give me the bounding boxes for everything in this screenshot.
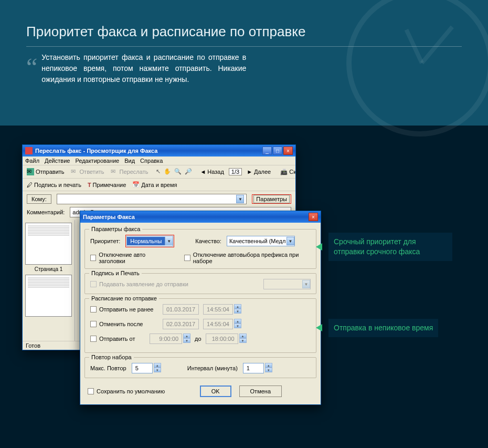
group-sign-legend: Подпись и Печать bbox=[89, 270, 142, 276]
sign-select-disabled: ▼ bbox=[263, 279, 311, 289]
thumbnail-2[interactable] bbox=[25, 275, 72, 317]
dialog-title: Параметры Факса bbox=[83, 214, 309, 220]
scan-button[interactable]: 📠 Сканирование bbox=[279, 168, 295, 176]
max-retry-label: Макс. Повтор bbox=[90, 365, 126, 371]
to-label: Кому: bbox=[27, 194, 51, 204]
date-cancel-after[interactable]: 02.03.2017 bbox=[163, 319, 199, 329]
toolbar-main: ✉Отправить ✉Ответить ✉Переслать ↖ ✋ 🔍 🔎 … bbox=[23, 165, 295, 179]
callout-schedule: Отправка в непиковое время bbox=[316, 319, 471, 337]
menu-help[interactable]: Справка bbox=[140, 158, 163, 164]
spinner-buttons[interactable]: ▲▼ bbox=[234, 319, 241, 329]
page-indicator: 1/3 bbox=[229, 168, 242, 175]
quality-label: Качество: bbox=[195, 238, 221, 244]
titlebar[interactable]: Переслать факс - Просмотрщик для Факса _… bbox=[23, 145, 295, 157]
reply-button[interactable]: ✉Ответить bbox=[69, 167, 106, 176]
group-retry: Повтор набора Макс. Повтор ▲▼ Интервал (… bbox=[84, 357, 316, 378]
time-not-before[interactable]: 14:55:04 bbox=[203, 304, 233, 315]
max-retry-input[interactable] bbox=[132, 363, 153, 373]
ok-button[interactable]: OK bbox=[200, 386, 231, 397]
dialog-close-button[interactable]: × bbox=[309, 213, 318, 221]
close-button[interactable]: × bbox=[283, 147, 293, 155]
menubar: Файл Действие Редактирование Вид Справка bbox=[23, 157, 295, 165]
zoom-in-icon[interactable]: 🔍 bbox=[174, 168, 182, 175]
spinner-buttons[interactable]: ▲▼ bbox=[154, 363, 161, 373]
chevron-down-icon[interactable]: ▼ bbox=[287, 237, 294, 245]
interval-input[interactable] bbox=[243, 363, 264, 373]
dialog-titlebar[interactable]: Параметры Факса × bbox=[80, 211, 321, 223]
callout-schedule-text: Отправка в непиковое время bbox=[328, 319, 438, 337]
spinner-buttons[interactable]: ▲▼ bbox=[183, 334, 190, 344]
thumbnail-panel: Страница 1 bbox=[23, 220, 75, 341]
to-dropdown-icon[interactable]: ▼ bbox=[236, 195, 244, 203]
window-title: Переслать факс - Просмотрщик для Факса bbox=[35, 148, 262, 154]
interval-label: Интервал (минута) bbox=[187, 365, 238, 371]
params-button-highlight: Параметры bbox=[252, 194, 291, 204]
page-description: Установить приоритет факса и расписание … bbox=[41, 52, 246, 85]
send-from-checkbox[interactable]: Отправить от bbox=[90, 336, 145, 342]
spinner-buttons[interactable]: ▲▼ bbox=[265, 363, 272, 373]
quote-icon: “ bbox=[26, 58, 37, 85]
maximize-button[interactable]: □ bbox=[273, 147, 282, 155]
zoom-out-icon[interactable]: 🔎 bbox=[185, 168, 192, 175]
clock-decor bbox=[346, 0, 488, 137]
callout-priority-text: Срочный приоритет для отправки срочного … bbox=[328, 233, 452, 261]
toolbar-annot: 🖊 Подпись и печать T Примечание 📅 Дата и… bbox=[23, 179, 295, 191]
quality-select[interactable]: Качественный (Медл ▼ bbox=[227, 236, 295, 246]
cancel-button[interactable]: Отмена bbox=[239, 386, 282, 397]
spinner-buttons[interactable]: ▲▼ bbox=[234, 304, 241, 315]
chevron-down-icon: ▼ bbox=[302, 280, 310, 288]
group-retry-legend: Повтор набора bbox=[89, 354, 134, 360]
comment-label: Комментарий: bbox=[27, 209, 65, 215]
group-schedule: Расписание по отправке Отправить не ране… bbox=[84, 298, 316, 353]
cursor-icon[interactable]: ↖ bbox=[156, 168, 161, 175]
time-to[interactable]: 18:00:00 bbox=[206, 334, 238, 344]
priority-value: Нормальны bbox=[127, 237, 165, 245]
time-cancel-after[interactable]: 14:55:04 bbox=[203, 319, 233, 329]
priority-highlight: Нормальны ▼ bbox=[125, 235, 174, 247]
params-button[interactable]: Параметры bbox=[253, 195, 290, 203]
time-from[interactable]: 9:00:00 bbox=[150, 334, 182, 344]
menu-view[interactable]: Вид bbox=[124, 158, 135, 164]
thumbnail-1[interactable] bbox=[25, 223, 72, 265]
send-not-before-checkbox[interactable]: Отправить не ранее bbox=[90, 306, 158, 312]
cancel-after-checkbox[interactable]: Отменить после bbox=[90, 321, 158, 327]
priority-label: Приоритет: bbox=[90, 238, 120, 244]
prev-page-button[interactable]: ◄ Назад bbox=[198, 168, 225, 176]
minimize-button[interactable]: _ bbox=[262, 147, 272, 155]
spinner-buttons[interactable]: ▲▼ bbox=[239, 334, 247, 344]
disable-header-checkbox[interactable]: Отключение авто заголовки bbox=[90, 252, 168, 264]
apply-before-checkbox: Подавать заявление до отправки bbox=[90, 281, 188, 287]
disable-prefix-checkbox[interactable]: Отключение автовыбора префикса при набор… bbox=[184, 252, 311, 264]
status-text: Готов bbox=[26, 342, 40, 349]
to-label-sched: до bbox=[195, 336, 201, 342]
date-not-before[interactable]: 01.03.2017 bbox=[163, 304, 199, 315]
to-input[interactable]: ▼ bbox=[57, 194, 247, 204]
chevron-down-icon[interactable]: ▼ bbox=[165, 237, 173, 245]
group-schedule-legend: Расписание по отправке bbox=[89, 295, 159, 301]
group-fax-params-legend: Параметры факса bbox=[89, 226, 142, 232]
arrow-left-icon bbox=[316, 243, 322, 251]
callout-priority: Срочный приоритет для отправки срочного … bbox=[316, 233, 452, 261]
next-page-button[interactable]: ► Далее bbox=[245, 168, 272, 176]
note-button[interactable]: T Примечание bbox=[86, 181, 128, 189]
sign-stamp-button[interactable]: 🖊 Подпись и печать bbox=[25, 181, 83, 189]
menu-action[interactable]: Действие bbox=[45, 158, 70, 164]
arrow-left-icon bbox=[316, 324, 322, 331]
forward-button[interactable]: ✉Переслать bbox=[109, 167, 150, 176]
save-default-checkbox[interactable]: Сохранить по умолчанию bbox=[88, 388, 165, 394]
datetime-button[interactable]: 📅 Дата и время bbox=[131, 180, 178, 189]
group-fax-params: Параметры факса Приоритет: Нормальны ▼ К… bbox=[84, 229, 316, 269]
quality-value: Качественный (Медл bbox=[229, 238, 287, 244]
group-sign: Подпись и Печать Подавать заявление до о… bbox=[84, 273, 316, 294]
thumbnail-label: Страница 1 bbox=[25, 266, 72, 272]
hand-icon[interactable]: ✋ bbox=[164, 168, 171, 175]
priority-select[interactable]: Нормальны ▼ bbox=[126, 236, 173, 246]
menu-edit[interactable]: Редактирование bbox=[75, 158, 119, 164]
send-button[interactable]: ✉Отправить bbox=[25, 167, 66, 176]
menu-file[interactable]: Файл bbox=[25, 158, 39, 164]
app-icon bbox=[25, 147, 33, 154]
fax-params-dialog: Параметры Факса × Параметры факса Приори… bbox=[80, 211, 321, 405]
